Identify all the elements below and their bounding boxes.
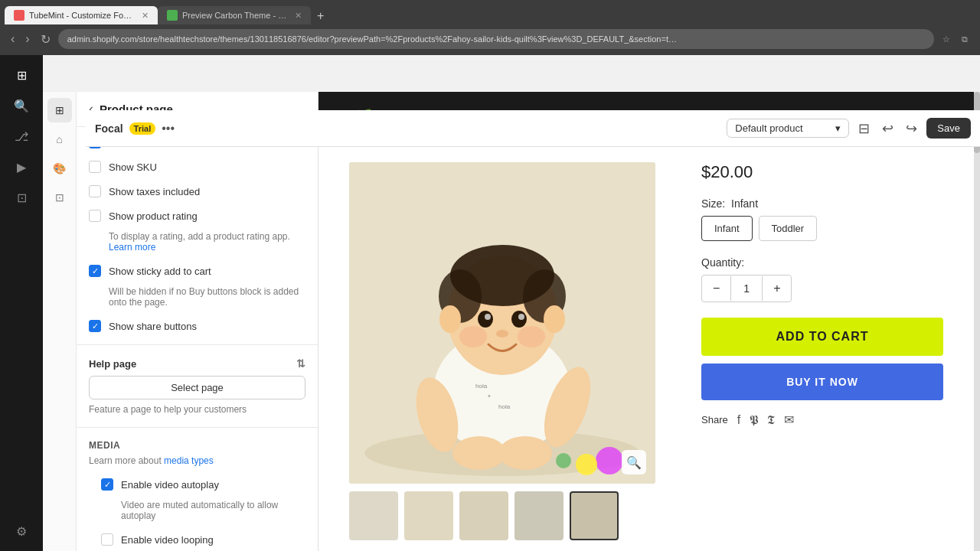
layout-icon-button[interactable]: ⊟ <box>855 117 873 140</box>
checkbox-share[interactable] <box>89 320 101 332</box>
checkbox-row-looping: Enable video looping <box>101 533 214 546</box>
checkbox-row-taxes: Show taxes included <box>89 185 200 197</box>
checkbox-autoplay[interactable] <box>101 478 113 491</box>
browser-tab-2[interactable]: Preview Carbon Theme - Focal S... ✕ <box>158 6 311 24</box>
left-nav-home[interactable]: ⌂ <box>47 127 72 152</box>
address-text: admin.shopify.com/store/healthtechstore/… <box>67 34 680 44</box>
refresh-button[interactable]: ↻ <box>38 29 54 50</box>
sidebar-icon-search[interactable]: 🔍 <box>8 92 35 119</box>
select-page-button[interactable]: Select page <box>89 376 305 399</box>
tab-close-2[interactable]: ✕ <box>295 11 302 21</box>
thumbnail-row <box>349 491 671 540</box>
product-selector[interactable]: Default product ▾ <box>727 119 849 138</box>
checkbox-taxes[interactable] <box>89 185 101 197</box>
editor-more-button[interactable]: ••• <box>162 122 175 135</box>
editor-brand: Focal Trial ••• <box>95 122 175 135</box>
vscode-sidebar: ⊞ 🔍 ⎇ ▶ ⊡ ⚙ <box>0 55 43 551</box>
browser-toolbar-icons: ☆ ⧉ <box>939 31 972 47</box>
left-nav: ⊞ ⌂ 🎨 ⊡ <box>43 92 77 551</box>
tab-favicon-2 <box>167 10 178 21</box>
sidebar-icon-explorer[interactable]: ⊞ <box>8 61 35 89</box>
sticky-description: Will be hidden if no Buy buttons block i… <box>109 286 305 308</box>
product-info-col: $20.00 Size: Infant Infant Toddler <box>671 162 943 540</box>
checkbox-row-rating: Show product rating <box>89 210 198 222</box>
tab-label-1: TubeMint - Customize Focal - Sh... <box>29 11 134 20</box>
help-sort-icon: ⇅ <box>296 357 305 370</box>
new-tab-button[interactable]: + <box>311 8 330 24</box>
redo-button[interactable]: ↪ <box>903 117 920 140</box>
add-to-cart-button[interactable]: ADD TO CART <box>701 318 943 356</box>
pinterest-share-icon[interactable]: 𝕻 <box>750 413 758 427</box>
sidebar-icon-extensions[interactable]: ⊡ <box>8 184 35 211</box>
size-infant-button[interactable]: Infant <box>701 216 753 241</box>
thumbnail-3[interactable] <box>459 491 508 540</box>
thumbnail-2[interactable] <box>404 491 453 540</box>
media-learn: Learn more about media types <box>89 455 305 466</box>
svg-text:✦: ✦ <box>487 393 492 399</box>
autoplay-description: Video are muted automatically to allow a… <box>121 500 293 521</box>
product-gallery-col: hola ✦ hola <box>349 162 671 540</box>
quantity-control: − 1 + <box>701 275 792 302</box>
forward-nav-button[interactable]: › <box>22 29 32 49</box>
learn-more-link[interactable]: Learn more <box>109 242 155 253</box>
sidebar-icon-debug[interactable]: ▶ <box>8 153 35 181</box>
checkbox-looping[interactable] <box>101 533 113 546</box>
checkbox-rating[interactable] <box>89 210 101 222</box>
svg-point-23 <box>596 447 623 474</box>
thumbnail-1[interactable] <box>349 491 398 540</box>
checkbox-row-sticky: Show sticky add to cart <box>89 265 211 277</box>
tab-favicon-1 <box>14 10 24 21</box>
editor-store-name: Focal <box>95 122 123 135</box>
svg-point-15 <box>518 326 545 347</box>
left-nav-puzzle[interactable]: ⊡ <box>47 185 72 210</box>
facebook-share-icon[interactable]: f <box>737 413 740 427</box>
sidebar-icon-settings[interactable]: ⚙ <box>8 517 35 545</box>
save-button[interactable]: Save <box>926 118 971 139</box>
thumbnail-5[interactable] <box>570 491 619 540</box>
checkbox-rating-label: Show product rating <box>109 210 198 222</box>
quantity-increase-button[interactable]: + <box>763 276 791 302</box>
twitter-share-icon[interactable]: 𝕿 <box>767 413 775 427</box>
size-options: Infant Toddler <box>701 216 943 241</box>
preview-scroll[interactable]: 🌿 TubeMint Home Collections Catalog Cate… <box>318 92 974 551</box>
left-nav-sections[interactable]: ⊞ <box>47 98 72 122</box>
checkbox-sku[interactable] <box>89 161 101 173</box>
header-actions: ⊟ ↩ ↪ Save <box>855 117 971 140</box>
divider-1 <box>77 344 318 345</box>
left-nav-palette[interactable]: 🎨 <box>47 156 72 181</box>
address-bar[interactable]: admin.shopify.com/store/healthtechstore/… <box>58 29 934 49</box>
back-nav-button[interactable]: ‹ <box>8 29 18 49</box>
quantity-label: Quantity: <box>701 256 943 269</box>
size-toddler-button[interactable]: Toddler <box>759 216 818 241</box>
rating-description: To display a rating, add a product ratin… <box>109 231 305 253</box>
svg-point-22 <box>498 436 552 470</box>
buy-now-button[interactable]: BUY IT NOW <box>701 364 943 400</box>
size-section: Size: Infant Infant Toddler <box>701 197 943 241</box>
checkbox-item-sticky-cart: Show sticky add to cart Will be hidden i… <box>77 259 318 314</box>
browser-tab-1[interactable]: TubeMint - Customize Focal - Sh... ✕ <box>5 6 158 24</box>
thumbnail-4[interactable] <box>514 491 564 540</box>
tab-close-1[interactable]: ✕ <box>142 11 149 21</box>
tab-label-2: Preview Carbon Theme - Focal S... <box>182 11 287 20</box>
media-types-link[interactable]: media types <box>164 455 214 466</box>
quantity-decrease-button[interactable]: − <box>702 276 730 302</box>
help-title: Help page ⇅ <box>89 357 305 370</box>
extensions-icon[interactable]: ⧉ <box>957 31 972 47</box>
checkbox-sticky-cart[interactable] <box>89 265 101 277</box>
checkbox-item-autoplay: Enable video autoplay Video are muted au… <box>89 472 305 527</box>
product-price: $20.00 <box>701 162 943 182</box>
browser-tabs: TubeMint - Customize Focal - Sh... ✕ Pre… <box>0 0 980 24</box>
zoom-button[interactable]: 🔍 <box>622 450 646 474</box>
email-share-icon[interactable]: ✉ <box>784 412 794 427</box>
svg-point-8 <box>544 305 565 333</box>
checkbox-item-share: Show share buttons <box>77 314 318 338</box>
editor-layout: Focal Trial ••• Default product ▾ ⊟ ↩ ↪ … <box>43 55 980 551</box>
bookmark-icon[interactable]: ☆ <box>939 31 954 47</box>
chevron-down-icon: ▾ <box>835 122 841 134</box>
quantity-section: Quantity: − 1 + <box>701 256 943 302</box>
share-label: Share <box>701 414 728 425</box>
sidebar-icon-git[interactable]: ⎇ <box>8 122 35 150</box>
undo-button[interactable]: ↩ <box>879 117 897 140</box>
quantity-value: 1 <box>730 276 763 301</box>
svg-text:hola: hola <box>498 403 511 410</box>
